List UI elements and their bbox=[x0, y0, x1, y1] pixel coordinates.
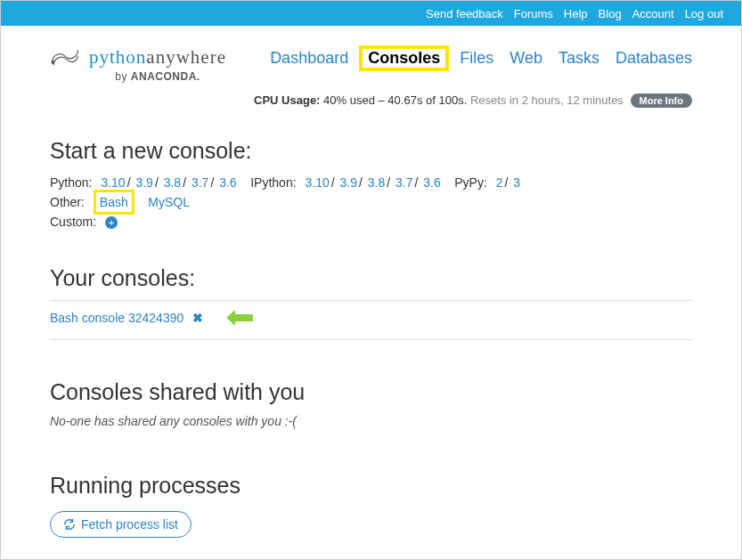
ipython-3-8[interactable]: 3.8 bbox=[368, 175, 385, 190]
python-3-8[interactable]: 3.8 bbox=[164, 175, 181, 190]
custom-label: Custom: bbox=[50, 215, 96, 229]
ipython-label: IPython: bbox=[250, 175, 296, 190]
ipython-3-10[interactable]: 3.10 bbox=[305, 175, 329, 190]
start-console-heading: Start a new console: bbox=[50, 138, 692, 164]
cpu-usage-row: CPU Usage: 40% used – 40.67s of 100s. Re… bbox=[1, 83, 741, 108]
fetch-process-list-button[interactable]: Fetch process list bbox=[50, 511, 192, 538]
main-nav: Dashboard Consoles Files Web Tasks Datab… bbox=[270, 40, 692, 68]
python-3-6[interactable]: 3.6 bbox=[219, 175, 236, 190]
kill-console-icon[interactable]: ✖ bbox=[192, 311, 203, 325]
divider bbox=[50, 339, 692, 340]
shared-empty-text: No-one has shared any consoles with you … bbox=[50, 414, 692, 428]
cpu-usage-value: 40% used – 40.67s of 100s. bbox=[323, 93, 467, 107]
topbar-logout[interactable]: Log out bbox=[685, 7, 723, 20]
your-consoles-heading: Your consoles: bbox=[50, 265, 692, 291]
shared-consoles-heading: Consoles shared with you bbox=[50, 379, 692, 405]
pythonanywhere-logo-icon bbox=[50, 45, 80, 69]
content: Start a new console: Python: 3.10/ 3.9/ … bbox=[1, 108, 741, 560]
bash-link[interactable]: Bash bbox=[94, 190, 135, 215]
console-item: Bash console 32424390 ✖ bbox=[50, 306, 692, 332]
pypy-2[interactable]: 2 bbox=[496, 175, 503, 190]
pypy-label: PyPy: bbox=[454, 175, 487, 190]
svg-point-0 bbox=[52, 61, 54, 64]
topbar: Send feedback Forums Help Blog Account L… bbox=[1, 1, 741, 26]
nav-files[interactable]: Files bbox=[460, 49, 493, 68]
ipython-3-7[interactable]: 3.7 bbox=[395, 175, 412, 190]
topbar-account[interactable]: Account bbox=[632, 7, 674, 20]
more-info-button[interactable]: More Info bbox=[631, 93, 693, 108]
python-3-9[interactable]: 3.9 bbox=[135, 175, 152, 190]
add-custom-console-icon[interactable]: + bbox=[105, 216, 118, 229]
topbar-forums[interactable]: Forums bbox=[514, 7, 553, 20]
cpu-usage-reset: Resets in 2 hours, 12 minutes bbox=[470, 93, 624, 107]
custom-row: Custom: + bbox=[50, 212, 692, 231]
nav-databases[interactable]: Databases bbox=[616, 49, 692, 68]
nav-dashboard[interactable]: Dashboard bbox=[270, 49, 348, 68]
nav-consoles[interactable]: Consoles bbox=[359, 45, 449, 71]
other-row: Other: Bash MySQL bbox=[50, 192, 692, 212]
logo[interactable]: pythonanywhere by ANACONDA. bbox=[50, 40, 226, 83]
other-label: Other: bbox=[50, 195, 85, 209]
topbar-help[interactable]: Help bbox=[564, 7, 588, 20]
nav-web[interactable]: Web bbox=[510, 49, 542, 68]
python-row: Python: 3.10/ 3.9/ 3.8/ 3.7/ 3.6 IPython… bbox=[50, 173, 692, 192]
logo-byline: by ANACONDA. bbox=[115, 70, 200, 83]
python-label: Python: bbox=[50, 175, 92, 190]
topbar-send-feedback[interactable]: Send feedback bbox=[426, 7, 503, 20]
pointer-arrow-icon bbox=[226, 310, 253, 329]
divider bbox=[50, 300, 692, 301]
header: pythonanywhere by ANACONDA. Dashboard Co… bbox=[1, 26, 741, 83]
nav-tasks[interactable]: Tasks bbox=[559, 49, 599, 68]
mysql-link[interactable]: MySQL bbox=[148, 195, 190, 209]
ipython-3-9[interactable]: 3.9 bbox=[339, 175, 356, 190]
python-3-7[interactable]: 3.7 bbox=[192, 175, 208, 190]
python-3-10[interactable]: 3.10 bbox=[101, 175, 125, 190]
topbar-blog[interactable]: Blog bbox=[599, 7, 622, 20]
cpu-usage-label: CPU Usage: bbox=[254, 93, 320, 107]
pypy-3[interactable]: 3 bbox=[513, 175, 520, 190]
ipython-3-6[interactable]: 3.6 bbox=[423, 175, 440, 190]
logo-text: pythonanywhere bbox=[89, 46, 226, 69]
fetch-label: Fetch process list bbox=[81, 517, 178, 532]
bash-console-link[interactable]: Bash console 32424390 bbox=[50, 311, 183, 325]
refresh-icon bbox=[63, 518, 76, 531]
running-processes-heading: Running processes bbox=[50, 473, 692, 499]
